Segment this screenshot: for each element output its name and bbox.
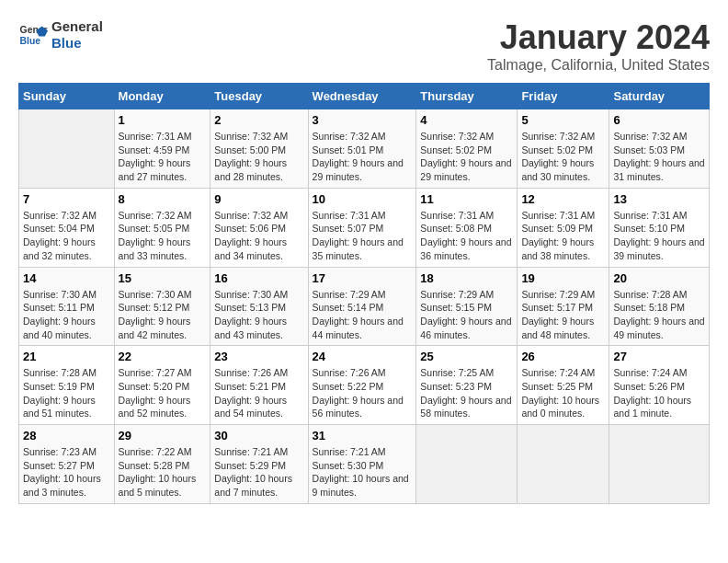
calendar-cell [416,425,518,504]
calendar-cell: 12Sunrise: 7:31 AMSunset: 5:09 PMDayligh… [518,188,609,267]
day-number: 27 [613,350,705,363]
subtitle: Talmage, California, United States [487,57,710,74]
calendar-cell: 5Sunrise: 7:32 AMSunset: 5:02 PMDaylight… [518,109,609,189]
day-info: Sunrise: 7:30 AMSunset: 5:13 PMDaylight:… [214,288,303,342]
day-number: 2 [214,113,303,127]
header-day-saturday: Saturday [609,84,710,109]
calendar-cell: 11Sunrise: 7:31 AMSunset: 5:08 PMDayligh… [416,188,518,267]
calendar-header-row: SundayMondayTuesdayWednesdayThursdayFrid… [19,84,710,109]
logo: General Blue General Blue [18,18,103,52]
day-info: Sunrise: 7:21 AMSunset: 5:30 PMDaylight:… [313,445,413,500]
calendar-cell: 29Sunrise: 7:22 AMSunset: 5:28 PMDayligh… [114,425,210,504]
day-info: Sunrise: 7:32 AMSunset: 5:02 PMDaylight:… [420,130,513,184]
day-info: Sunrise: 7:29 AMSunset: 5:14 PMDaylight:… [313,288,413,342]
header-day-monday: Monday [114,84,210,109]
day-info: Sunrise: 7:32 AMSunset: 5:04 PMDaylight:… [23,209,110,263]
calendar-cell: 31Sunrise: 7:21 AMSunset: 5:30 PMDayligh… [308,425,416,504]
day-number: 13 [613,192,705,206]
day-number: 23 [214,350,303,363]
calendar-week-row: 21Sunrise: 7:28 AMSunset: 5:19 PMDayligh… [19,346,710,425]
calendar-cell: 18Sunrise: 7:29 AMSunset: 5:15 PMDayligh… [416,267,518,346]
calendar-week-row: 28Sunrise: 7:23 AMSunset: 5:27 PMDayligh… [19,425,710,504]
day-number: 18 [420,271,513,285]
day-info: Sunrise: 7:32 AMSunset: 5:03 PMDaylight:… [613,130,705,184]
day-info: Sunrise: 7:27 AMSunset: 5:20 PMDaylight:… [119,366,207,420]
calendar-cell: 15Sunrise: 7:30 AMSunset: 5:12 PMDayligh… [114,267,210,346]
calendar-cell: 24Sunrise: 7:26 AMSunset: 5:22 PMDayligh… [308,346,416,425]
day-number: 17 [313,271,413,285]
day-number: 4 [420,113,513,127]
day-number: 28 [23,429,110,442]
day-info: Sunrise: 7:24 AMSunset: 5:25 PMDaylight:… [521,366,605,420]
day-info: Sunrise: 7:29 AMSunset: 5:15 PMDaylight:… [420,288,513,342]
day-info: Sunrise: 7:23 AMSunset: 5:27 PMDaylight:… [23,445,110,500]
day-number: 30 [214,429,303,442]
logo-icon: General Blue [18,20,48,50]
calendar-cell: 4Sunrise: 7:32 AMSunset: 5:02 PMDaylight… [416,109,518,189]
day-info: Sunrise: 7:29 AMSunset: 5:17 PMDaylight:… [521,288,605,342]
calendar-week-row: 7Sunrise: 7:32 AMSunset: 5:04 PMDaylight… [19,188,710,267]
day-number: 10 [313,192,413,206]
svg-text:Blue: Blue [20,36,41,46]
day-info: Sunrise: 7:24 AMSunset: 5:26 PMDaylight:… [613,366,705,420]
day-number: 20 [613,271,705,285]
calendar-cell: 19Sunrise: 7:29 AMSunset: 5:17 PMDayligh… [518,267,609,346]
calendar-cell: 28Sunrise: 7:23 AMSunset: 5:27 PMDayligh… [19,425,115,504]
day-number: 31 [313,429,413,442]
calendar-cell: 27Sunrise: 7:24 AMSunset: 5:26 PMDayligh… [609,346,710,425]
logo-text-blue: Blue [51,35,103,52]
day-info: Sunrise: 7:28 AMSunset: 5:19 PMDaylight:… [23,366,110,420]
calendar-cell: 6Sunrise: 7:32 AMSunset: 5:03 PMDaylight… [609,109,710,189]
calendar-cell: 10Sunrise: 7:31 AMSunset: 5:07 PMDayligh… [308,188,416,267]
title-area: January 2024 Talmage, California, United… [487,18,710,74]
day-number: 21 [23,350,110,363]
day-number: 15 [119,271,207,285]
day-info: Sunrise: 7:26 AMSunset: 5:21 PMDaylight:… [214,366,303,420]
day-info: Sunrise: 7:21 AMSunset: 5:29 PMDaylight:… [214,445,303,500]
calendar-cell: 30Sunrise: 7:21 AMSunset: 5:29 PMDayligh… [210,425,308,504]
day-number: 3 [313,113,413,127]
calendar-cell: 2Sunrise: 7:32 AMSunset: 5:00 PMDaylight… [210,109,308,189]
calendar-cell: 9Sunrise: 7:32 AMSunset: 5:06 PMDaylight… [210,188,308,267]
calendar-cell: 13Sunrise: 7:31 AMSunset: 5:10 PMDayligh… [609,188,710,267]
day-number: 14 [23,271,110,285]
calendar-cell [609,425,710,504]
header-day-thursday: Thursday [416,84,518,109]
calendar-cell: 25Sunrise: 7:25 AMSunset: 5:23 PMDayligh… [416,346,518,425]
day-number: 1 [119,113,207,127]
header-day-sunday: Sunday [19,84,115,109]
main-title: January 2024 [487,18,710,57]
calendar-table: SundayMondayTuesdayWednesdayThursdayFrid… [18,83,710,504]
calendar-cell: 20Sunrise: 7:28 AMSunset: 5:18 PMDayligh… [609,267,710,346]
day-info: Sunrise: 7:26 AMSunset: 5:22 PMDaylight:… [313,366,413,420]
day-number: 9 [214,192,303,206]
calendar-cell: 3Sunrise: 7:32 AMSunset: 5:01 PMDaylight… [308,109,416,189]
day-info: Sunrise: 7:32 AMSunset: 5:06 PMDaylight:… [214,209,303,263]
day-info: Sunrise: 7:30 AMSunset: 5:11 PMDaylight:… [23,288,110,342]
day-number: 16 [214,271,303,285]
day-info: Sunrise: 7:22 AMSunset: 5:28 PMDaylight:… [119,445,207,500]
calendar-cell [518,425,609,504]
day-number: 6 [613,113,705,127]
calendar-cell [19,109,115,189]
day-info: Sunrise: 7:25 AMSunset: 5:23 PMDaylight:… [420,366,513,420]
day-number: 22 [119,350,207,363]
day-info: Sunrise: 7:32 AMSunset: 5:00 PMDaylight:… [214,130,303,184]
day-info: Sunrise: 7:31 AMSunset: 5:09 PMDaylight:… [521,209,605,263]
day-number: 26 [521,350,605,363]
day-info: Sunrise: 7:31 AMSunset: 5:07 PMDaylight:… [313,209,413,263]
day-number: 8 [119,192,207,206]
calendar-week-row: 14Sunrise: 7:30 AMSunset: 5:11 PMDayligh… [19,267,710,346]
day-number: 5 [521,113,605,127]
day-number: 12 [521,192,605,206]
calendar-cell: 21Sunrise: 7:28 AMSunset: 5:19 PMDayligh… [19,346,115,425]
logo-text-general: General [51,18,103,35]
day-info: Sunrise: 7:31 AMSunset: 5:08 PMDaylight:… [420,209,513,263]
calendar-cell: 26Sunrise: 7:24 AMSunset: 5:25 PMDayligh… [518,346,609,425]
day-number: 25 [420,350,513,363]
calendar-cell: 16Sunrise: 7:30 AMSunset: 5:13 PMDayligh… [210,267,308,346]
header-day-wednesday: Wednesday [308,84,416,109]
day-info: Sunrise: 7:30 AMSunset: 5:12 PMDaylight:… [119,288,207,342]
calendar-week-row: 1Sunrise: 7:31 AMSunset: 4:59 PMDaylight… [19,109,710,189]
day-number: 24 [313,350,413,363]
